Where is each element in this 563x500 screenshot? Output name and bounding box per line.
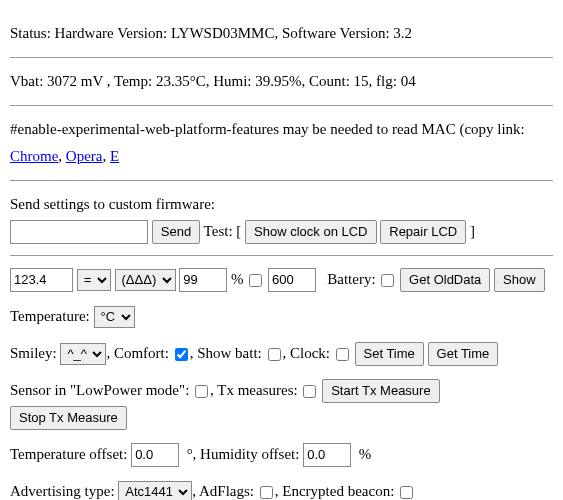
sensor-row: Sensor in "LowPower mode": , Tx measures… — [10, 377, 553, 431]
note-text: #enable-experimental-web-platform-featur… — [10, 121, 525, 137]
battery-checkbox[interactable] — [381, 274, 394, 287]
count-label: , Count: — [302, 73, 354, 89]
note-line: #enable-experimental-web-platform-featur… — [10, 116, 553, 170]
temp-unit-select[interactable]: °C — [94, 306, 135, 328]
status-sw: 3.2 — [393, 25, 412, 41]
flg-value: 04 — [401, 73, 416, 89]
showbatt-label: , Show batt: — [190, 345, 266, 361]
temperature-row: Temperature: °C — [10, 303, 553, 330]
status-line: Status: Hardware Version: LYWSD03MMC, So… — [10, 20, 553, 47]
e-link[interactable]: E — [110, 148, 119, 164]
enc-checkbox[interactable] — [400, 486, 413, 499]
show-clock-button[interactable]: Show clock on LCD — [245, 220, 376, 244]
enc-label: , Encrypted beacon: — [275, 483, 398, 499]
temp-offset-label: Temperature offset: — [10, 446, 131, 462]
showbatt-checkbox[interactable] — [268, 348, 281, 361]
tri-select[interactable]: (ΔΔΔ) — [115, 269, 176, 291]
temperature-label: Temperature: — [10, 308, 94, 324]
divider — [10, 180, 553, 181]
humi-value: 39.95% — [255, 73, 301, 89]
start-tx-button[interactable]: Start Tx Measure — [322, 379, 439, 403]
adflags-checkbox[interactable] — [260, 486, 273, 499]
advtype-select[interactable]: Atc1441 — [118, 481, 192, 501]
status-hw: LYWSD03MMC — [171, 25, 275, 41]
smiley-select[interactable]: ^_^ — [60, 343, 106, 365]
test-label: Test: [ — [200, 223, 245, 239]
adflags-label: , AdFlags: — [192, 483, 257, 499]
readings-line: Vbat: 3072 mV , Temp: 23.35°C, Humi: 39.… — [10, 68, 553, 95]
chrome-link[interactable]: Chrome — [10, 148, 58, 164]
vbat-label: Vbat: — [10, 73, 47, 89]
pct-label: % — [231, 271, 244, 287]
show-button[interactable]: Show — [494, 268, 545, 292]
temp-value: 23.35°C — [156, 73, 206, 89]
clock-checkbox[interactable] — [336, 348, 349, 361]
divider — [10, 57, 553, 58]
send-button[interactable]: Send — [152, 220, 200, 244]
battery-label: Battery: — [327, 271, 379, 287]
count-value: 15 — [354, 73, 369, 89]
tx-checkbox[interactable] — [303, 385, 316, 398]
pct-checkbox[interactable] — [249, 274, 262, 287]
divider — [10, 255, 553, 256]
temp-label: , Temp: — [103, 73, 156, 89]
get-olddata-button[interactable]: Get OldData — [400, 268, 490, 292]
humi-label: , Humi: — [206, 73, 256, 89]
lowpower-checkbox[interactable] — [195, 385, 208, 398]
opera-link[interactable]: Opera — [66, 148, 103, 164]
close-bracket: ] — [466, 223, 475, 239]
advtype-label: Advertising type: — [10, 483, 118, 499]
send-input[interactable] — [10, 220, 148, 244]
advtype-row: Advertising type: Atc1441, AdFlags: , En… — [10, 478, 553, 500]
vbat-value: 3072 mV — [47, 73, 103, 89]
divider — [10, 105, 553, 106]
humi-offset-input[interactable] — [303, 443, 351, 467]
deg-label: °, Humidity offset: — [187, 446, 304, 462]
get-time-button[interactable]: Get Time — [428, 342, 499, 366]
smiley-label: Smiley: — [10, 345, 60, 361]
value-input[interactable] — [10, 268, 73, 292]
pct-input[interactable] — [179, 268, 227, 292]
flg-label: , flg: — [369, 73, 401, 89]
stop-tx-button[interactable]: Stop Tx Measure — [10, 406, 127, 430]
comfort-label: , Comfort: — [106, 345, 172, 361]
smiley-row: Smiley: ^_^, Comfort: , Show batt: , Clo… — [10, 340, 553, 367]
clock-label: , Clock: — [283, 345, 334, 361]
sensor-label: Sensor in "LowPower mode": — [10, 382, 193, 398]
send-settings-row: Send settings to custom firmware: Send T… — [10, 191, 553, 245]
temp-offset-input[interactable] — [131, 443, 179, 467]
repair-lcd-button[interactable]: Repair LCD — [380, 220, 466, 244]
offset-row: Temperature offset: °, Humidity offset: … — [10, 441, 553, 468]
tx-label: , Tx measures: — [210, 382, 301, 398]
box-input[interactable] — [268, 268, 316, 292]
comfort-checkbox[interactable] — [175, 348, 188, 361]
value-row: = (ΔΔΔ) % Battery: Get OldData Show — [10, 266, 553, 293]
status-prefix: Status: Hardware Version: — [10, 25, 171, 41]
eq-select[interactable]: = — [77, 269, 111, 291]
send-label: Send settings to custom firmware: — [10, 196, 215, 212]
offset-pct-label: % — [359, 446, 372, 462]
status-sw-label: , Software Version: — [274, 25, 393, 41]
set-time-button[interactable]: Set Time — [355, 342, 424, 366]
